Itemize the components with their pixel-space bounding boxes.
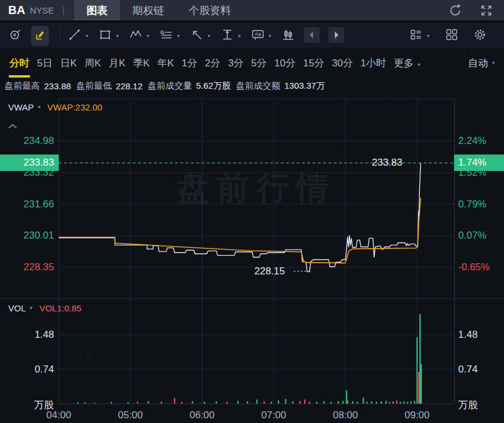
chevron-down-icon: ▼ bbox=[176, 33, 181, 39]
stat-label: 盘前成交量 bbox=[148, 80, 192, 92]
chevron-down-icon: ▼ bbox=[115, 33, 120, 39]
premarket-stat: 盘前成交额1303.37万 bbox=[236, 80, 325, 92]
timeframe-tab[interactable]: 5分 bbox=[250, 54, 268, 72]
fullscreen-icon[interactable] bbox=[479, 4, 493, 18]
measure-icon bbox=[220, 28, 234, 42]
pct-axis-label: -0.65% bbox=[458, 261, 490, 273]
rectangle-tool[interactable]: ▼ bbox=[98, 28, 120, 44]
stat-label: 盘前最低 bbox=[76, 80, 112, 92]
time-axis-label: 08:00 bbox=[333, 409, 358, 421]
timeframe-tab[interactable]: 15分 bbox=[302, 54, 325, 72]
timeframe-tab[interactable]: 更多▼ bbox=[392, 54, 422, 72]
timeframe-tab[interactable]: 1分 bbox=[180, 54, 198, 72]
timeframe-tab[interactable]: 30分 bbox=[331, 54, 354, 72]
text-annotation-tool[interactable]: Aa▼ bbox=[251, 28, 273, 44]
volume-indicator-header: VOL ▼ VOL1:0.85 bbox=[8, 302, 82, 314]
svg-text:G: G bbox=[160, 29, 164, 35]
chevron-down-icon: ▼ bbox=[237, 33, 242, 39]
timeframe-tab[interactable]: 10分 bbox=[273, 54, 297, 72]
grid-layout-tool[interactable] bbox=[445, 28, 459, 44]
timeframe-tab[interactable]: 月K bbox=[107, 54, 126, 72]
time-axis-label: 05:00 bbox=[118, 409, 143, 421]
chevron-down-icon: ▼ bbox=[426, 33, 431, 39]
volume-axis-label: 0.74 bbox=[458, 364, 478, 375]
arrow-tool[interactable]: ▼ bbox=[190, 28, 211, 44]
price-axis-label: 234.98 bbox=[0, 135, 54, 147]
trend-line-icon bbox=[68, 28, 82, 42]
prev-button-tool[interactable] bbox=[304, 27, 320, 45]
stat-value: 233.88 bbox=[44, 81, 71, 91]
stat-value: 228.12 bbox=[116, 81, 143, 91]
timeframe-tab[interactable]: 5日 bbox=[36, 54, 53, 72]
stat-label: 盘前成交额 bbox=[236, 80, 280, 92]
exchange-label: NYSE bbox=[30, 5, 54, 15]
time-axis-label: 06:00 bbox=[190, 409, 215, 421]
timeframe-tab[interactable]: 季K bbox=[132, 54, 151, 72]
candlestick-icon bbox=[281, 28, 295, 42]
magnifier-tool[interactable] bbox=[8, 28, 22, 44]
auto-scale-label: 自动 bbox=[468, 56, 488, 70]
rectangle-icon bbox=[98, 28, 112, 42]
collapse-pane-icon[interactable] bbox=[8, 121, 18, 132]
wave-tool[interactable]: ▼ bbox=[129, 28, 150, 44]
grid-layout-icon bbox=[445, 28, 459, 42]
price-indicator-header: VWAP ▼ VWAP:232.00 bbox=[8, 101, 102, 113]
settings-tool[interactable] bbox=[473, 28, 487, 44]
timeframe-tab[interactable]: 1小时 bbox=[359, 54, 387, 72]
draw-pencil-tool[interactable] bbox=[31, 26, 49, 46]
chevron-down-icon: ▼ bbox=[37, 105, 42, 110]
vol-indicator-dropdown[interactable]: VOL bbox=[8, 303, 26, 313]
premarket-stat: 盘前最低228.12 bbox=[76, 80, 143, 92]
chevron-down-icon: ▼ bbox=[29, 306, 33, 311]
timeframe-tab[interactable]: 2分 bbox=[204, 54, 221, 72]
price-axis-label: 231.66 bbox=[0, 199, 54, 210]
trend-line-tool[interactable]: ▼ bbox=[68, 28, 89, 44]
topbar: BA NYSE | 图表期权链个股资料 bbox=[0, 0, 504, 22]
volume-axis-label: 0.74 bbox=[0, 364, 54, 375]
timeframe-tab[interactable]: 周K bbox=[83, 54, 102, 72]
current-price-badge: 233.83 bbox=[0, 155, 59, 171]
vwap-indicator-dropdown[interactable]: VWAP bbox=[8, 102, 34, 112]
layout-list-tool[interactable]: ▼ bbox=[409, 28, 431, 44]
arrow-icon bbox=[190, 28, 204, 42]
volume-axis-label: 1.48 bbox=[0, 329, 54, 341]
chevron-down-icon: ▼ bbox=[207, 33, 211, 39]
topbar-actions bbox=[448, 3, 493, 18]
gann-lines-tool[interactable]: G▼ bbox=[159, 28, 181, 44]
timeframe-tab[interactable]: 分时 bbox=[8, 54, 31, 72]
refresh-icon[interactable] bbox=[448, 3, 463, 18]
timeframe-tabs: 分时5日日K周K月K季K年K1分2分3分5分10分15分30分1小时更多▼ bbox=[8, 54, 428, 72]
premarket-stat: 盘前最高233.88 bbox=[5, 80, 71, 92]
timeframe-tab[interactable]: 日K bbox=[59, 54, 78, 72]
settings-icon bbox=[473, 28, 487, 42]
stat-label: 盘前最高 bbox=[5, 80, 40, 92]
premarket-stat: 盘前成交量5.62万股 bbox=[148, 80, 231, 92]
timeframe-tab[interactable]: 年K bbox=[156, 54, 175, 72]
auto-scale-dropdown[interactable]: 自动 ▼ bbox=[468, 56, 496, 70]
toolbar-separator bbox=[60, 29, 61, 42]
pct-axis-label: 0.79% bbox=[458, 199, 486, 210]
measure-tool[interactable]: ▼ bbox=[220, 28, 242, 44]
candlestick-tool[interactable] bbox=[281, 28, 295, 44]
prev-button bbox=[304, 27, 320, 43]
high-price-annotation: 233.83 bbox=[372, 157, 402, 169]
pct-axis-label: 2.24% bbox=[458, 135, 486, 147]
topbar-tab[interactable]: 个股资料 bbox=[176, 0, 243, 21]
topbar-tabs: 图表期权链个股资料 bbox=[74, 0, 243, 21]
svg-text:Aa: Aa bbox=[254, 31, 261, 37]
time-axis-label: 07:00 bbox=[261, 409, 287, 421]
chevron-down-icon: ▼ bbox=[85, 33, 89, 39]
time-axis-label: 09:00 bbox=[405, 409, 430, 421]
timeframe-tab[interactable]: 3分 bbox=[227, 54, 244, 72]
stock-symbol: BA bbox=[8, 4, 25, 17]
topbar-tab[interactable]: 期权链 bbox=[120, 0, 176, 21]
price-axis-label: 230.01 bbox=[0, 230, 54, 241]
price-axis-label: 228.35 bbox=[0, 261, 54, 273]
low-price-annotation: 228.15 bbox=[254, 266, 285, 277]
topbar-tab[interactable]: 图表 bbox=[74, 0, 120, 21]
time-axis-label: 04:00 bbox=[46, 409, 72, 421]
volume-axis-label: 1.48 bbox=[458, 329, 478, 341]
next-button-tool[interactable] bbox=[328, 27, 344, 45]
timeframe-bar: 分时5日日K周K月K季K年K1分2分3分5分10分15分30分1小时更多▼ 自动… bbox=[0, 49, 504, 76]
text-annotation-icon: Aa bbox=[251, 28, 265, 42]
